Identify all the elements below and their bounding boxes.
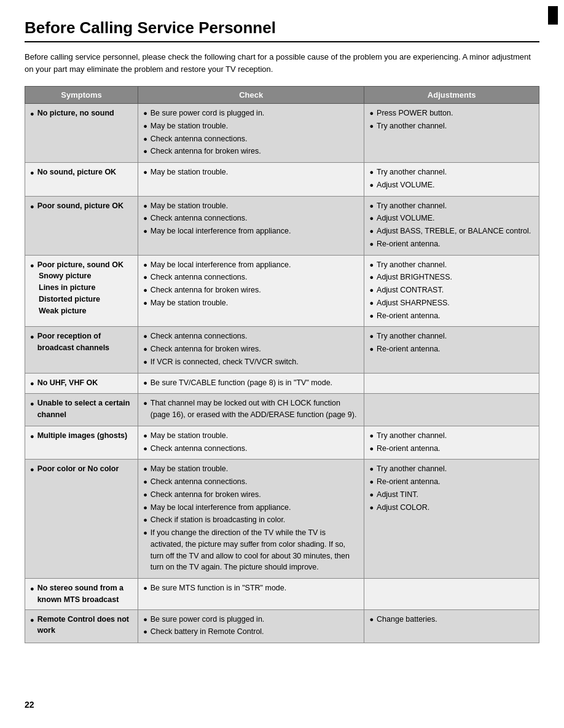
check-item: Be sure MTS function is in "STR" mode.: [143, 582, 359, 594]
symptom-cell: Multiple images (ghosts): [25, 426, 138, 460]
check-cell: May be station trouble.Check antenna con…: [138, 460, 364, 579]
check-item: That channel may be locked out with CH L…: [143, 397, 359, 421]
troubleshooting-table: Symptoms Check Adjustments No picture, n…: [25, 86, 539, 643]
adjustment-cell: Try another channel.Re-orient antenna.: [364, 426, 539, 460]
check-item: May be station trouble.: [143, 430, 359, 442]
check-item: May be local interference from appliance…: [143, 225, 359, 237]
table-row: Remote Control does not workBe sure powe…: [25, 609, 539, 643]
check-item: Check if station is broadcasting in colo…: [143, 514, 359, 526]
adjustment-cell: [364, 394, 539, 426]
adjustment-cell: Try another channel.Adjust BRIGHTNESS.Ad…: [364, 255, 539, 327]
table-row: No UHF, VHF OKBe sure TV/CABLE function …: [25, 373, 539, 394]
adjustment-item: Adjust CONTRAST.: [369, 284, 534, 296]
adjustment-item: Try another channel.: [369, 463, 534, 475]
symptom-text: Poor color or No color: [30, 463, 133, 475]
symptom-cell: No sound, picture OK: [25, 163, 138, 197]
check-item: May be local interference from appliance…: [143, 502, 359, 514]
adjustment-cell: Try another channel.Adjust VOLUME.: [364, 163, 539, 197]
check-item: If VCR is connected, check TV/VCR switch…: [143, 356, 359, 368]
page-title: Before Calling Service Personnel: [25, 18, 539, 42]
adjustment-item: Re-orient antenna.: [369, 476, 534, 488]
table-row: Poor sound, picture OKMay be station tro…: [25, 196, 539, 255]
symptom-cell: Remote Control does not work: [25, 609, 138, 643]
table-row: No stereo sound from a known MTS broadca…: [25, 579, 539, 610]
adjustment-item: Re-orient antenna.: [369, 343, 534, 355]
check-cell: Be sure MTS function is in "STR" mode.: [138, 579, 364, 610]
check-item: Be sure power cord is plugged in.: [143, 108, 359, 119]
adjustment-item: Adjust BASS, TREBLE, or BALANCE control.: [369, 225, 534, 237]
symptom-text: Multiple images (ghosts): [30, 430, 133, 442]
symptom-text: Poor sound, picture OK: [30, 200, 133, 212]
check-cell: May be station trouble.Check antenna con…: [138, 196, 364, 255]
adjustment-cell: [364, 373, 539, 394]
check-item: May be station trouble.: [143, 297, 359, 309]
symptom-cell: No UHF, VHF OK: [25, 373, 138, 394]
check-cell: Be sure power cord is plugged in.Check b…: [138, 609, 364, 643]
check-item: Check antenna for broken wires.: [143, 489, 359, 501]
adjustment-cell: Try another channel.Re-orient antenna.: [364, 327, 539, 373]
adjustment-cell: Change batteries.: [364, 609, 539, 643]
check-item: May be station trouble.: [143, 200, 359, 212]
symptom-text: Poor reception of broadcast channels: [30, 331, 133, 354]
adjustment-item: Try another channel.: [369, 120, 534, 132]
adjustment-item: Try another channel.: [369, 430, 534, 442]
adjustment-item: Try another channel.: [369, 166, 534, 178]
check-cell: Check antenna connections.Check antenna …: [138, 327, 364, 373]
adjustment-item: Re-orient antenna.: [369, 238, 534, 250]
adjustment-item: Adjust TINT.: [369, 489, 534, 501]
adjustment-item: Adjust COLOR.: [369, 502, 534, 514]
symptom-cell: Poor picture, sound OKSnowy pictureLines…: [25, 255, 138, 327]
symptom-sub-item: Distorted picture: [39, 294, 133, 305]
check-item: May be station trouble.: [143, 166, 359, 178]
symptom-cell: No stereo sound from a known MTS broadca…: [25, 579, 138, 610]
check-item: May be station trouble.: [143, 120, 359, 132]
symptom-text: No picture, no sound: [30, 108, 133, 119]
adjustment-item: Adjust SHARPNESS.: [369, 297, 534, 309]
adjustment-item: Change batteries.: [369, 614, 534, 625]
table-row: Poor reception of broadcast channelsChec…: [25, 327, 539, 373]
check-cell: Be sure power cord is plugged in.May be …: [138, 104, 364, 163]
table-row: No sound, picture OKMay be station troub…: [25, 163, 539, 197]
symptom-sub-item: Snowy picture: [39, 270, 133, 282]
symptom-cell: Poor sound, picture OK: [25, 196, 138, 255]
symptom-sub-item: Weak picture: [39, 305, 133, 317]
symptom-text: No UHF, VHF OK: [30, 377, 133, 389]
adjustment-item: Try another channel.: [369, 331, 534, 342]
check-item: May be station trouble.: [143, 463, 359, 475]
adjustment-cell: Press POWER button.Try another channel.: [364, 104, 539, 163]
adjustment-item: Try another channel.: [369, 259, 534, 271]
check-item: May be local interference from appliance…: [143, 259, 359, 271]
intro-text: Before calling service personnel, please…: [25, 51, 539, 75]
page-number: 22: [25, 700, 34, 710]
check-item: Check antenna for broken wires.: [143, 146, 359, 157]
check-item: Check antenna connections.: [143, 272, 359, 283]
symptom-text: No sound, picture OK: [30, 166, 133, 178]
adjustment-item: Adjust BRIGHTNESS.: [369, 272, 534, 283]
adjustment-item: Adjust VOLUME.: [369, 179, 534, 191]
check-item: Check antenna connections.: [143, 476, 359, 488]
symptom-text: Poor picture, sound OK: [30, 259, 133, 271]
adjustment-item: Press POWER button.: [369, 108, 534, 119]
symptom-text: No stereo sound from a known MTS broadca…: [30, 582, 133, 606]
col-header-adjustments: Adjustments: [364, 87, 539, 104]
adjustment-cell: Try another channel.Re-orient antenna.Ad…: [364, 460, 539, 579]
table-row: Poor color or No colorMay be station tro…: [25, 460, 539, 579]
check-item: Be sure power cord is plugged in.: [143, 614, 359, 625]
table-row: No picture, no soundBe sure power cord i…: [25, 104, 539, 163]
adjustment-cell: Try another channel.Adjust VOLUME.Adjust…: [364, 196, 539, 255]
check-item: If you change the direction of the TV wh…: [143, 527, 359, 573]
col-header-check: Check: [138, 87, 364, 104]
check-item: Be sure TV/CABLE function (page 8) is in…: [143, 377, 359, 389]
symptom-cell: Poor reception of broadcast channels: [25, 327, 138, 373]
symptom-sub-item: Lines in picture: [39, 282, 133, 294]
corner-mark: [548, 6, 558, 25]
check-item: Check antenna for broken wires.: [143, 284, 359, 296]
adjustment-item: Adjust VOLUME.: [369, 213, 534, 224]
symptom-text: Remote Control does not work: [30, 614, 133, 637]
symptom-cell: No picture, no sound: [25, 104, 138, 163]
check-item: Check battery in Remote Control.: [143, 626, 359, 638]
adjustment-item: Re-orient antenna.: [369, 310, 534, 322]
symptom-cell: Unable to select a certain channel: [25, 394, 138, 426]
symptom-cell: Poor color or No color: [25, 460, 138, 579]
adjustment-cell: [364, 579, 539, 610]
